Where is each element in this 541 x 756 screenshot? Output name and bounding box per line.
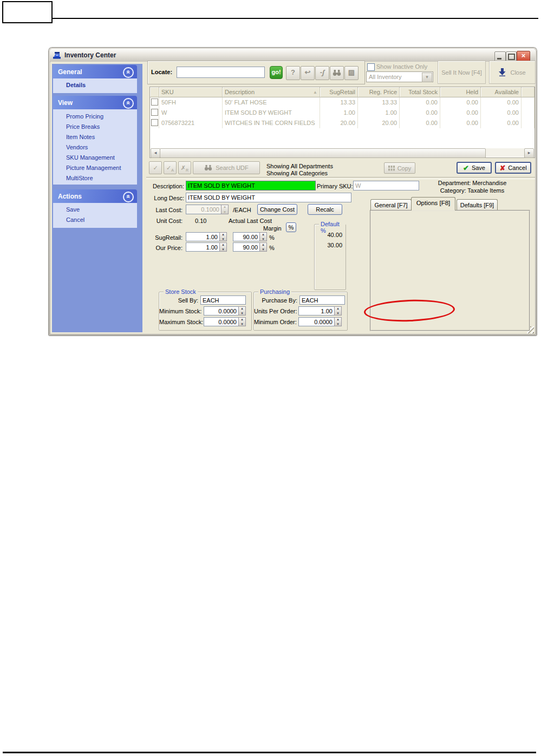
go-button[interactable]: go! xyxy=(270,66,283,79)
maximum-stock-spinner[interactable] xyxy=(238,317,246,326)
column-header-sugretail[interactable]: SugRetail xyxy=(320,87,358,97)
last-cost-input[interactable] xyxy=(186,205,221,214)
copy-button[interactable]: Copy xyxy=(384,162,415,174)
change-cost-button[interactable]: Change Cost xyxy=(257,204,297,215)
minimum-stock-spinner[interactable] xyxy=(238,306,246,315)
our-price-margin-input[interactable] xyxy=(233,242,259,252)
sidebar-item-picture-management[interactable]: Picture Management xyxy=(66,165,121,171)
long-desc-input[interactable] xyxy=(186,193,351,202)
cancel-button[interactable]: ✘ Cancel xyxy=(495,162,531,174)
sidebar-item-details[interactable]: Details xyxy=(66,82,86,88)
sidebar-item-save[interactable]: Save xyxy=(66,206,80,213)
checkbox-column-header[interactable] xyxy=(150,87,159,97)
minimum-order-spinner[interactable] xyxy=(334,317,342,326)
sidebar-item-promo-pricing[interactable]: Promo Pricing xyxy=(66,113,103,120)
save-check-icon: ✔ xyxy=(463,164,469,172)
sell-it-now-button[interactable]: Sell It Now [F4] xyxy=(438,61,486,84)
tab-general[interactable]: General [F7] xyxy=(370,199,412,211)
minimum-stock-field[interactable] xyxy=(204,306,246,315)
default-percent-value-1: 40.00 xyxy=(327,232,342,238)
units-per-order-input[interactable] xyxy=(298,306,334,315)
table-row[interactable]: 50FH 50' FLAT HOSE 13.33 13.33 0.00 0.00… xyxy=(150,97,535,108)
sidebar-pane-general-header[interactable]: General xyxy=(53,65,137,78)
inventory-filter-value: All Inventory xyxy=(369,74,402,80)
collapse-chevron-icon[interactable] xyxy=(123,98,134,109)
row-checkbox[interactable] xyxy=(151,119,158,126)
table-row[interactable]: 0756873221 WITCHES IN THE CORN FIELDS 20… xyxy=(150,118,535,128)
sidebar-pane-actions-header[interactable]: Actions xyxy=(53,189,137,203)
column-header-held[interactable]: Held xyxy=(440,87,481,97)
sell-by-input[interactable] xyxy=(200,295,246,305)
our-price-spinner[interactable] xyxy=(219,242,227,252)
scroll-right-icon[interactable]: ▸ xyxy=(524,148,534,158)
column-header-available[interactable]: Available xyxy=(481,87,522,97)
maximum-stock-field[interactable] xyxy=(204,317,246,326)
sidebar-pane-view-header[interactable]: View xyxy=(53,96,137,109)
our-price-field[interactable] xyxy=(186,242,227,252)
close-button[interactable]: Close xyxy=(489,61,536,84)
cell-sugretail: 20.00 xyxy=(320,118,358,128)
sidebar-item-multistore[interactable]: MultiStore xyxy=(66,175,93,181)
table-row[interactable]: W ITEM SOLD BY WEIGHT 1.00 1.00 0.00 0.0… xyxy=(150,108,535,118)
minimum-stock-input[interactable] xyxy=(204,306,238,315)
clear-checks-button[interactable]: ✗R xyxy=(178,161,191,174)
scrollbar-thumb[interactable] xyxy=(160,148,486,158)
search-udf-button[interactable]: Search UDF xyxy=(193,161,260,174)
our-price-margin-spinner[interactable] xyxy=(259,242,267,252)
tab-defaults[interactable]: Defaults [F9] xyxy=(457,199,498,211)
collapse-chevron-icon[interactable] xyxy=(123,192,134,202)
units-per-order-field[interactable] xyxy=(298,306,342,315)
column-header-total-stock[interactable]: Total Stock xyxy=(400,87,440,97)
sugretail-margin-field[interactable] xyxy=(233,232,267,241)
sugretail-margin-input[interactable] xyxy=(233,232,259,241)
script-button[interactable]: -ʃ xyxy=(315,66,329,80)
purchase-by-input[interactable] xyxy=(299,295,345,305)
sidebar-item-cancel[interactable]: Cancel xyxy=(66,216,84,223)
horizontal-scrollbar[interactable]: ◂ ▸ xyxy=(151,148,534,157)
primary-sku-input[interactable] xyxy=(353,181,419,190)
check-icon: ✓ xyxy=(153,165,158,171)
recalc-button[interactable]: Recalc xyxy=(308,204,342,215)
sidebar-pane-general-body: Details xyxy=(53,78,137,93)
last-cost-spinner[interactable] xyxy=(221,205,229,214)
ledger-icon: ▨ xyxy=(348,68,355,76)
close-window-button[interactable]: × xyxy=(517,51,530,62)
maximum-stock-input[interactable] xyxy=(204,317,238,326)
column-header-description[interactable]: Description ▲ xyxy=(223,87,320,97)
units-per-order-spinner[interactable] xyxy=(334,306,342,315)
sidebar-item-sku-management[interactable]: SKU Management xyxy=(66,154,115,161)
minimum-order-input[interactable] xyxy=(298,317,334,326)
undo-button[interactable]: ↩ xyxy=(301,66,315,80)
find-button[interactable] xyxy=(330,66,344,80)
unit-cost-label: Unit Cost: xyxy=(146,218,182,224)
sugretail-margin-spinner[interactable] xyxy=(259,232,267,241)
sidebar-item-price-breaks[interactable]: Price Breaks xyxy=(66,123,100,130)
margin-percent-button[interactable]: % xyxy=(286,222,296,232)
sugretail-input[interactable] xyxy=(186,232,219,241)
collapse-chevron-icon[interactable] xyxy=(123,67,134,78)
sugretail-spinner[interactable] xyxy=(219,232,227,241)
report-button[interactable]: ▨ xyxy=(344,66,359,80)
sidebar-item-vendors[interactable]: Vendors xyxy=(66,144,88,150)
last-cost-field[interactable] xyxy=(186,205,229,214)
column-header-sku[interactable]: SKU xyxy=(159,87,223,97)
column-header-reg-price[interactable]: Reg. Price xyxy=(358,87,400,97)
minimum-order-field[interactable] xyxy=(298,317,342,326)
row-checkbox[interactable] xyxy=(151,98,158,106)
tab-options[interactable]: Options [F8] xyxy=(411,197,455,211)
row-checkbox[interactable] xyxy=(151,109,158,116)
description-input[interactable] xyxy=(186,181,316,190)
help-button[interactable]: ? xyxy=(286,66,300,80)
inventory-filter-dropdown[interactable]: All Inventory xyxy=(366,71,433,82)
locate-input[interactable] xyxy=(177,67,265,78)
our-price-margin-field[interactable] xyxy=(233,242,267,252)
sidebar-item-item-notes[interactable]: Item Notes xyxy=(66,134,95,140)
check-all-button[interactable]: ✓A xyxy=(164,161,177,174)
chevron-down-icon[interactable] xyxy=(422,73,432,82)
check-button[interactable]: ✓ xyxy=(149,161,162,174)
sugretail-field[interactable] xyxy=(186,232,227,241)
our-price-input[interactable] xyxy=(186,242,219,252)
save-button[interactable]: ✔ Save xyxy=(457,162,492,174)
show-inactive-checkbox[interactable] xyxy=(367,63,375,71)
scroll-left-icon[interactable]: ◂ xyxy=(151,148,160,158)
